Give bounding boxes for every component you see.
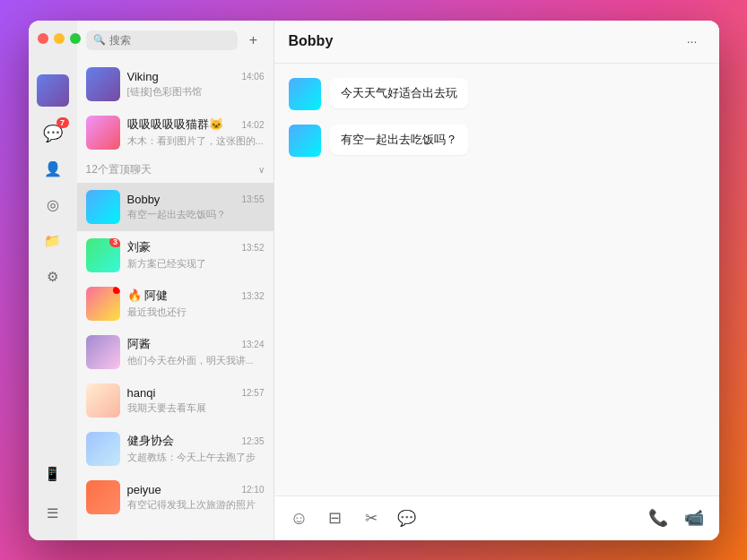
chat-time-ajiang: 13:24 <box>241 340 264 349</box>
chat-info-bobby: Bobby 13:55 有空一起出去吃饭吗？ <box>127 193 265 221</box>
video-call-button[interactable]: 📹 <box>680 504 708 532</box>
chat-badge: 7 <box>56 117 69 128</box>
chat-header: Bobby ··· <box>274 21 719 64</box>
contacts-icon: 👤 <box>44 160 62 177</box>
avatar-peiyue <box>86 480 120 514</box>
sidebar-item-chat[interactable]: 💬 7 <box>37 117 69 150</box>
close-button[interactable] <box>38 33 48 44</box>
chat-name-cat-group: 吸吸吸吸吸猫群🐱 <box>127 116 223 133</box>
sidebar-item-discover[interactable]: ◎ <box>37 189 69 221</box>
chat-more-icon: 💬 <box>397 509 416 528</box>
liuhao-badge: 3 <box>109 238 120 247</box>
search-icon: 🔍 <box>93 34 106 46</box>
chat-name-bobby: Bobby <box>127 193 161 206</box>
chat-main: Bobby ··· 今天天气好适合出去玩 有空一起出去吃饭吗？ ☺ <box>274 21 719 540</box>
sidebar-item-phone[interactable]: 📱 <box>37 458 69 490</box>
sidebar-bottom: 📱 ☰ <box>37 458 69 530</box>
chat-name-ajian: 🔥 阿健 <box>127 288 169 304</box>
avatar-ajian <box>86 287 120 321</box>
message-bubble-2: 有空一起出去吃饭吗？ <box>330 125 468 155</box>
chat-info-peiyue: peiyue 12:10 有空记得发我上次旅游的照片 <box>127 483 265 512</box>
chat-item-jianshen[interactable]: 健身协会 12:35 文超教练：今天上午去跑了步 <box>77 425 274 473</box>
chat-toolbar: ☺ ⊟ ✂ 💬 📞 📹 <box>274 495 719 540</box>
video-icon: 📹 <box>684 508 704 528</box>
message-row-2: 有空一起出去吃饭吗？ <box>289 125 705 157</box>
chat-item-peiyue[interactable]: peiyue 12:10 有空记得发我上次旅游的照片 <box>77 473 274 521</box>
scissors-icon: ✂ <box>365 509 378 528</box>
chat-item-hanqi[interactable]: hanqi 12:57 我期天要去看车展 <box>77 376 274 425</box>
minimize-button[interactable] <box>54 33 65 44</box>
sidebar-item-settings[interactable]: ⚙ <box>37 261 69 293</box>
chat-preview-cat-group: 木木：看到图片了，这张图的... <box>127 134 265 148</box>
chat-info-hanqi: hanqi 12:57 我期天要去看车展 <box>127 386 265 415</box>
user-avatar[interactable] <box>37 74 69 107</box>
emoji-button[interactable]: ☺ <box>285 504 314 532</box>
avatar-viking <box>86 67 120 101</box>
avatar-cat-group <box>86 116 120 150</box>
voice-call-button[interactable]: 📞 <box>644 504 673 532</box>
pinned-label: 12个置顶聊天 <box>86 162 258 177</box>
chat-preview-ajian: 最近我也还行 <box>127 306 265 319</box>
more-options-button[interactable]: ··· <box>680 29 705 54</box>
chat-preview-liuhao: 新方案已经实现了 <box>127 257 265 271</box>
emoji-icon: ☺ <box>290 508 308 529</box>
add-button[interactable]: + <box>243 30 265 51</box>
chat-time-viking: 14:06 <box>241 72 264 82</box>
chat-preview-hanqi: 我期天要去看车展 <box>127 401 265 415</box>
folder-icon: 📁 <box>44 233 61 249</box>
message-row-1: 今天天气好适合出去玩 <box>289 78 705 110</box>
message-avatar-1 <box>289 78 321 110</box>
avatar-bobby <box>86 190 120 224</box>
screenshot-button[interactable]: ✂ <box>357 504 386 532</box>
sidebar: 💬 7 👤 ◎ 📁 ⚙ 📱 ☰ <box>29 21 77 540</box>
phone-icon: 📞 <box>648 508 668 528</box>
chat-info-ajian: 🔥 阿健 13:32 最近我也还行 <box>127 288 265 319</box>
chat-item-liuhao[interactable]: 3 刘豪 13:52 新方案已经实现了 <box>77 231 274 280</box>
chat-list-header: 🔍 + <box>77 21 274 60</box>
search-input[interactable] <box>109 34 230 47</box>
sidebar-item-menu[interactable]: ☰ <box>37 497 69 530</box>
chat-item-ajiang[interactable]: 阿酱 13:24 他们今天在外面，明天我讲... <box>77 328 274 376</box>
toolbar-left: ☺ ⊟ ✂ 💬 <box>285 504 644 532</box>
chat-info-cat-group: 吸吸吸吸吸猫群🐱 14:02 木木：看到图片了，这张图的... <box>127 116 265 148</box>
avatar-hanqi <box>86 383 120 418</box>
chat-name-hanqi: hanqi <box>127 386 156 400</box>
chat-name-liuhao: 刘豪 <box>127 239 151 255</box>
chat-name-peiyue: peiyue <box>127 483 161 496</box>
chat-title: Bobby <box>289 33 680 49</box>
avatar-jianshen <box>86 432 120 466</box>
traffic-lights <box>38 33 81 44</box>
avatar-ajiang <box>86 335 120 369</box>
more-chat-button[interactable]: 💬 <box>393 504 421 532</box>
chat-item-bobby[interactable]: Bobby 13:55 有空一起出去吃饭吗？ <box>77 183 274 231</box>
chat-messages: 今天天气好适合出去玩 有空一起出去吃饭吗？ <box>274 64 719 495</box>
chat-info-viking: Viking 14:06 [链接]色彩图书馆 <box>127 70 265 99</box>
message-avatar-2 <box>289 125 321 157</box>
chat-item-cat-group[interactable]: 吸吸吸吸吸猫群🐱 14:02 木木：看到图片了，这张图的... <box>77 108 274 157</box>
chat-list-panel: 🔍 + Viking 14:06 [链接]色彩图书馆 <box>77 21 274 540</box>
chat-header-actions: ··· <box>680 29 705 54</box>
chat-time-hanqi: 12:57 <box>241 388 264 398</box>
chat-preview-peiyue: 有空记得发我上次旅游的照片 <box>127 498 265 512</box>
chat-preview-viking: [链接]色彩图书馆 <box>127 85 265 99</box>
toolbar-right: 📞 📹 <box>644 504 708 532</box>
chat-name-ajiang: 阿酱 <box>127 336 151 352</box>
phone-icon: 📱 <box>44 466 61 482</box>
chat-item-ajian[interactable]: 🔥 阿健 13:32 最近我也还行 <box>77 280 274 328</box>
chat-time-jianshen: 12:35 <box>241 436 264 446</box>
chat-preview-jianshen: 文超教练：今天上午去跑了步 <box>127 451 265 464</box>
chat-info-liuhao: 刘豪 13:52 新方案已经实现了 <box>127 239 265 271</box>
chat-item-viking[interactable]: Viking 14:06 [链接]色彩图书馆 <box>77 60 274 108</box>
search-box[interactable]: 🔍 <box>86 30 238 50</box>
chat-time-bobby: 13:55 <box>241 194 264 204</box>
chat-name-viking: Viking <box>127 70 159 83</box>
sidebar-item-contacts[interactable]: 👤 <box>37 153 69 185</box>
chat-time-liuhao: 13:52 <box>241 243 264 253</box>
chat-info-ajiang: 阿酱 13:24 他们今天在外面，明天我讲... <box>127 336 265 367</box>
pinned-chevron-icon: ∨ <box>258 165 265 175</box>
file-button[interactable]: ⊟ <box>321 504 350 532</box>
sidebar-item-folder[interactable]: 📁 <box>37 225 69 257</box>
maximize-button[interactable] <box>70 33 81 44</box>
chat-time-ajian: 13:32 <box>241 291 264 301</box>
pinned-section[interactable]: 12个置顶聊天 ∨ <box>77 157 274 183</box>
